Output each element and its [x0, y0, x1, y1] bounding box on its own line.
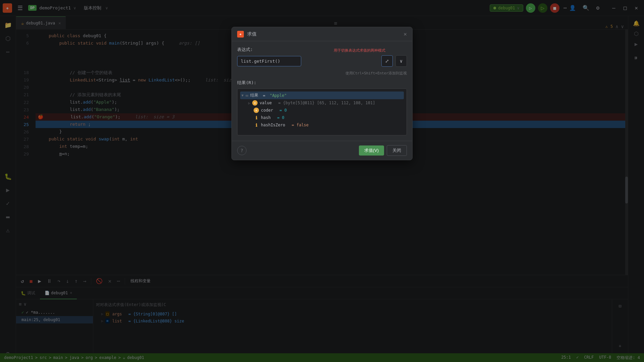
result-coder-name: coder — [261, 108, 273, 113]
expression-row: 用于切换表达式求值的两种模式 ⤢ ∨ — [237, 55, 407, 67]
result-value-name: value — [260, 101, 272, 105]
close-action-btn[interactable]: 关闭 — [387, 145, 407, 156]
result-coder-icon: v — [254, 108, 259, 113]
result-value-row[interactable]: ▷ v value = {byte[5]@811} [65, 112, 112,… — [247, 99, 404, 107]
result-hashiszero-val: = false — [291, 123, 309, 127]
result-hash-icon: ℹ — [254, 115, 259, 120]
result-value-expand[interactable]: ▷ — [248, 101, 250, 105]
result-value-eq — [274, 101, 276, 105]
result-hash-val: = 0 — [277, 115, 284, 120]
expression-dropdown-btn[interactable]: ∨ — [395, 55, 407, 67]
evaluate-modal: ◈ 求值 ✕ 表达式: 用于切换表达式求值的两种模式 ⤢ ∨ 使用Ctrl+Sh… — [231, 27, 413, 160]
result-root-row[interactable]: ▼ ∞ 结果 = "Apple" — [240, 92, 404, 99]
modal-body: 表达式: 用于切换表达式求值的两种模式 ⤢ ∨ 使用Ctrl+Shift+Ent… — [232, 41, 412, 141]
result-hashiszero-row: ℹ hashIsZero = false — [247, 121, 404, 129]
result-label: 结果(R): — [237, 80, 407, 86]
result-hashiszero-icon: ℹ — [254, 122, 259, 128]
modal-header: ◈ 求值 ✕ — [232, 27, 412, 41]
infinity-icon: ∞ — [246, 93, 248, 98]
modal-logo-icon: ◈ — [237, 31, 244, 38]
result-panel: ▼ ∞ 结果 = "Apple" ▷ v value = {byte[5]@81… — [237, 88, 407, 135]
result-value-icon: v — [252, 100, 258, 106]
result-hashiszero-name: hashIsZero — [261, 123, 285, 127]
help-btn[interactable]: ? — [237, 146, 247, 155]
result-coder-row: v coder = 0 — [247, 107, 404, 114]
result-root-value: "Apple" — [270, 93, 287, 98]
expression-input-wrapper: 用于切换表达式求值的两种模式 — [237, 56, 379, 66]
modal-title: 求值 — [247, 31, 257, 37]
result-root-name: 结果 — [250, 93, 258, 98]
modal-hint: 使用Ctrl+Shift+Enter添加到监视 — [237, 71, 407, 76]
evaluate-btn[interactable]: 求值(V) — [359, 145, 384, 156]
modal-overlay: ◈ 求值 ✕ 表达式: 用于切换表达式求值的两种模式 ⤢ ∨ 使用Ctrl+Sh… — [0, 0, 644, 362]
result-coder-eq — [275, 108, 277, 113]
expression-input[interactable] — [237, 56, 301, 66]
modal-close-btn[interactable]: ✕ — [404, 31, 407, 37]
expand-expression-btn[interactable]: ⤢ — [381, 55, 393, 67]
tooltip-text: 用于切换表达式求值的两种模式 — [334, 48, 385, 53]
modal-footer: ? 求值(V) 关闭 — [232, 141, 412, 160]
result-hash-row: ℹ hash = 0 — [247, 114, 404, 121]
result-hash-name: hash — [261, 115, 271, 120]
result-hashiszero-eq — [287, 123, 289, 127]
result-eq-1: = — [260, 93, 268, 98]
result-expand-icon[interactable]: ▼ — [241, 94, 244, 97]
result-coder-val: = 0 — [279, 108, 287, 113]
result-value-val: = {byte[5]@811} [65, 112, 112, 108, 101] — [278, 101, 375, 105]
result-hash-eq — [273, 115, 275, 120]
